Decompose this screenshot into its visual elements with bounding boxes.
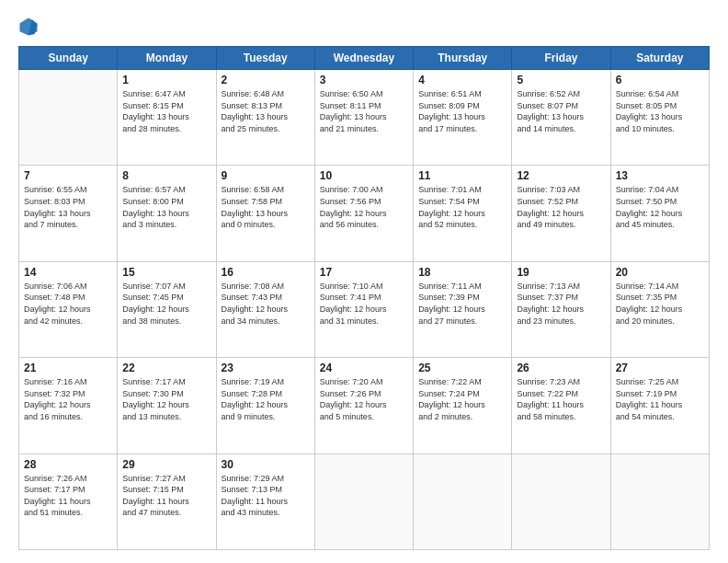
calendar-cell: 13Sunrise: 7:04 AM Sunset: 7:50 PM Dayli… [610, 166, 709, 261]
calendar-cell [314, 454, 413, 549]
day-info: Sunrise: 6:51 AM Sunset: 8:09 PM Dayligh… [418, 88, 506, 134]
weekday-friday: Friday [512, 47, 610, 70]
day-number: 13 [616, 169, 704, 182]
calendar-cell: 19Sunrise: 7:13 AM Sunset: 7:37 PM Dayli… [512, 261, 610, 357]
calendar-cell: 28Sunrise: 7:26 AM Sunset: 7:17 PM Dayli… [19, 454, 118, 549]
day-info: Sunrise: 7:03 AM Sunset: 7:52 PM Dayligh… [517, 184, 605, 230]
calendar-cell: 24Sunrise: 7:20 AM Sunset: 7:26 PM Dayli… [314, 358, 413, 454]
calendar-cell: 5Sunrise: 6:52 AM Sunset: 8:07 PM Daylig… [512, 70, 610, 166]
calendar-cell [414, 454, 512, 549]
day-number: 6 [616, 74, 704, 86]
day-info: Sunrise: 7:01 AM Sunset: 7:54 PM Dayligh… [418, 184, 506, 230]
calendar-cell: 17Sunrise: 7:10 AM Sunset: 7:41 PM Dayli… [314, 261, 413, 357]
week-row-5: 28Sunrise: 7:26 AM Sunset: 7:17 PM Dayli… [19, 454, 710, 549]
logo-icon [18, 17, 39, 37]
day-number: 25 [418, 362, 506, 374]
calendar-cell: 11Sunrise: 7:01 AM Sunset: 7:54 PM Dayli… [414, 166, 512, 261]
day-info: Sunrise: 7:14 AM Sunset: 7:35 PM Dayligh… [616, 281, 704, 327]
day-info: Sunrise: 7:07 AM Sunset: 7:45 PM Dayligh… [122, 281, 210, 327]
day-number: 15 [122, 266, 210, 279]
calendar-cell: 3Sunrise: 6:50 AM Sunset: 8:11 PM Daylig… [314, 70, 413, 166]
day-number: 16 [222, 266, 310, 279]
day-info: Sunrise: 7:08 AM Sunset: 7:43 PM Dayligh… [222, 281, 310, 327]
day-number: 2 [222, 74, 310, 86]
day-number: 17 [320, 266, 408, 279]
calendar-cell [512, 454, 610, 549]
day-info: Sunrise: 6:58 AM Sunset: 7:58 PM Dayligh… [222, 184, 310, 230]
calendar-cell: 22Sunrise: 7:17 AM Sunset: 7:30 PM Dayli… [118, 358, 216, 454]
day-number: 3 [320, 74, 408, 86]
day-number: 4 [418, 74, 506, 86]
day-info: Sunrise: 7:26 AM Sunset: 7:17 PM Dayligh… [24, 473, 112, 519]
calendar-cell: 21Sunrise: 7:16 AM Sunset: 7:32 PM Dayli… [19, 358, 118, 454]
calendar-cell: 14Sunrise: 7:06 AM Sunset: 7:48 PM Dayli… [19, 261, 118, 357]
calendar-table: SundayMondayTuesdayWednesdayThursdayFrid… [18, 46, 710, 550]
calendar-cell: 4Sunrise: 6:51 AM Sunset: 8:09 PM Daylig… [414, 70, 512, 166]
calendar-cell: 1Sunrise: 6:47 AM Sunset: 8:15 PM Daylig… [118, 70, 216, 166]
weekday-tuesday: Tuesday [216, 47, 314, 70]
calendar-cell [19, 70, 118, 166]
week-row-1: 1Sunrise: 6:47 AM Sunset: 8:15 PM Daylig… [19, 70, 710, 166]
day-info: Sunrise: 7:13 AM Sunset: 7:37 PM Dayligh… [517, 281, 605, 327]
day-info: Sunrise: 6:54 AM Sunset: 8:05 PM Dayligh… [616, 88, 704, 134]
logo [18, 17, 42, 37]
day-number: 8 [122, 169, 210, 182]
calendar-cell: 18Sunrise: 7:11 AM Sunset: 7:39 PM Dayli… [414, 261, 512, 357]
calendar-cell: 15Sunrise: 7:07 AM Sunset: 7:45 PM Dayli… [118, 261, 216, 357]
day-number: 7 [24, 169, 112, 182]
calendar-cell: 9Sunrise: 6:58 AM Sunset: 7:58 PM Daylig… [216, 166, 314, 261]
day-number: 26 [517, 362, 605, 374]
calendar-cell: 27Sunrise: 7:25 AM Sunset: 7:19 PM Dayli… [610, 358, 709, 454]
calendar-cell: 8Sunrise: 6:57 AM Sunset: 8:00 PM Daylig… [118, 166, 216, 261]
day-info: Sunrise: 7:06 AM Sunset: 7:48 PM Dayligh… [24, 281, 112, 327]
day-number: 19 [517, 266, 605, 279]
day-number: 24 [320, 362, 408, 374]
day-info: Sunrise: 7:00 AM Sunset: 7:56 PM Dayligh… [320, 184, 408, 230]
calendar-cell: 2Sunrise: 6:48 AM Sunset: 8:13 PM Daylig… [216, 70, 314, 166]
day-info: Sunrise: 7:16 AM Sunset: 7:32 PM Dayligh… [24, 376, 112, 422]
day-info: Sunrise: 6:47 AM Sunset: 8:15 PM Dayligh… [122, 88, 210, 134]
day-info: Sunrise: 7:25 AM Sunset: 7:19 PM Dayligh… [616, 376, 704, 422]
week-row-4: 21Sunrise: 7:16 AM Sunset: 7:32 PM Dayli… [19, 358, 710, 454]
day-number: 18 [418, 266, 506, 279]
day-info: Sunrise: 7:11 AM Sunset: 7:39 PM Dayligh… [418, 281, 506, 327]
calendar-cell: 16Sunrise: 7:08 AM Sunset: 7:43 PM Dayli… [216, 261, 314, 357]
day-number: 23 [222, 362, 310, 374]
day-number: 9 [222, 169, 310, 182]
day-info: Sunrise: 6:57 AM Sunset: 8:00 PM Dayligh… [122, 184, 210, 230]
day-number: 11 [418, 169, 506, 182]
day-info: Sunrise: 7:22 AM Sunset: 7:24 PM Dayligh… [418, 376, 506, 422]
week-row-2: 7Sunrise: 6:55 AM Sunset: 8:03 PM Daylig… [19, 166, 710, 261]
day-info: Sunrise: 7:17 AM Sunset: 7:30 PM Dayligh… [122, 376, 210, 422]
calendar-cell: 26Sunrise: 7:23 AM Sunset: 7:22 PM Dayli… [512, 358, 610, 454]
weekday-sunday: Sunday [19, 47, 118, 70]
calendar-cell: 10Sunrise: 7:00 AM Sunset: 7:56 PM Dayli… [314, 166, 413, 261]
calendar-cell: 20Sunrise: 7:14 AM Sunset: 7:35 PM Dayli… [610, 261, 709, 357]
day-info: Sunrise: 6:55 AM Sunset: 8:03 PM Dayligh… [24, 184, 112, 230]
day-info: Sunrise: 7:20 AM Sunset: 7:26 PM Dayligh… [320, 376, 408, 422]
day-number: 27 [616, 362, 704, 374]
weekday-thursday: Thursday [414, 47, 512, 70]
page: SundayMondayTuesdayWednesdayThursdayFrid… [0, 0, 728, 563]
day-number: 20 [616, 266, 704, 279]
header [18, 17, 710, 37]
day-number: 28 [24, 458, 112, 471]
day-number: 5 [517, 74, 605, 86]
day-number: 22 [122, 362, 210, 374]
day-number: 10 [320, 169, 408, 182]
calendar-cell: 30Sunrise: 7:29 AM Sunset: 7:13 PM Dayli… [216, 454, 314, 549]
weekday-monday: Monday [118, 47, 216, 70]
weekday-header-row: SundayMondayTuesdayWednesdayThursdayFrid… [19, 47, 710, 70]
day-number: 14 [24, 266, 112, 279]
weekday-saturday: Saturday [610, 47, 709, 70]
calendar-cell: 29Sunrise: 7:27 AM Sunset: 7:15 PM Dayli… [118, 454, 216, 549]
day-info: Sunrise: 7:27 AM Sunset: 7:15 PM Dayligh… [122, 473, 210, 519]
day-number: 30 [222, 458, 310, 471]
day-info: Sunrise: 7:10 AM Sunset: 7:41 PM Dayligh… [320, 281, 408, 327]
calendar-cell [610, 454, 709, 549]
day-number: 29 [122, 458, 210, 471]
calendar-cell: 25Sunrise: 7:22 AM Sunset: 7:24 PM Dayli… [414, 358, 512, 454]
day-info: Sunrise: 6:48 AM Sunset: 8:13 PM Dayligh… [222, 88, 310, 134]
day-number: 12 [517, 169, 605, 182]
day-info: Sunrise: 7:29 AM Sunset: 7:13 PM Dayligh… [222, 473, 310, 519]
